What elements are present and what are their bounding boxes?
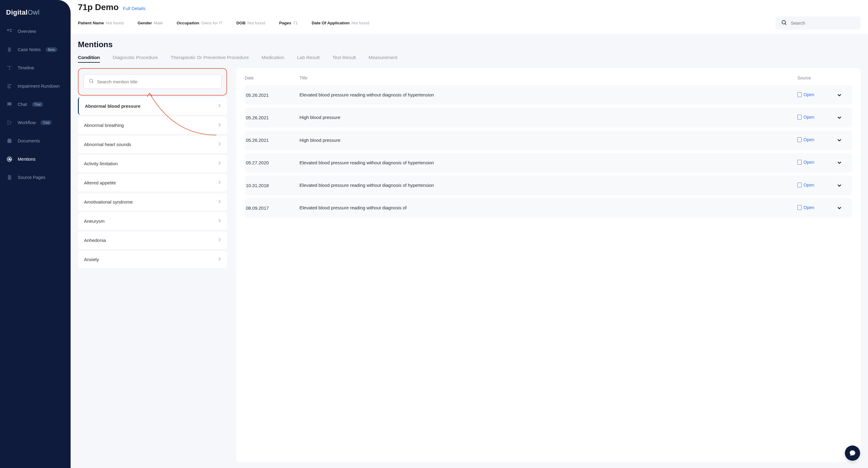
chevron-down-icon[interactable] <box>837 160 842 165</box>
sidebar-item-label: Source Pages <box>18 175 45 180</box>
chevron-down-icon[interactable] <box>837 93 842 98</box>
tab-medication[interactable]: Medication <box>261 55 284 63</box>
col-expand-header <box>837 75 852 80</box>
timeline-icon <box>6 64 13 71</box>
mention-item[interactable]: Activity limitation <box>78 155 227 172</box>
tab-condition[interactable]: Condition <box>78 55 100 63</box>
sidebar-item-case-notes[interactable]: Case NotesBeta <box>4 44 66 55</box>
open-label: Open <box>804 205 814 210</box>
sidebar-item-timeline[interactable]: Timeline <box>4 63 66 73</box>
meta-value: Not found <box>247 21 266 25</box>
mention-item[interactable]: Anxiety <box>78 251 227 268</box>
open-link[interactable]: Open <box>797 115 814 120</box>
source-pages-icon <box>6 174 13 181</box>
document-icon <box>797 160 802 165</box>
meta-value: Not found <box>106 21 124 25</box>
meta-value: Male <box>154 21 162 25</box>
chat-widget[interactable] <box>845 445 860 461</box>
full-details-link[interactable]: Full Details <box>123 6 146 11</box>
sidebar-item-label: Workflow <box>18 120 36 125</box>
sidebar-item-source-pages[interactable]: Source Pages <box>4 172 66 183</box>
sidebar-item-impairment-rundown[interactable]: Impairment Rundown <box>4 81 66 91</box>
svg-point-20 <box>90 79 93 83</box>
mention-item[interactable]: Altered appetite <box>78 174 227 191</box>
title-row: 71p Demo Full Details <box>78 2 861 12</box>
meta-group: GenderMale <box>137 21 163 25</box>
chevron-right-icon <box>218 218 221 224</box>
open-link[interactable]: Open <box>797 205 814 210</box>
tab-measurement[interactable]: Measurement <box>369 55 398 63</box>
sidebar-item-label: Chat <box>18 102 27 107</box>
document-icon <box>797 183 802 187</box>
mention-search-input[interactable] <box>97 79 216 84</box>
mention-list: Abnormal blood pressureAbnormal breathin… <box>78 97 227 268</box>
chevron-down-icon[interactable] <box>837 115 842 120</box>
row-date: 08.09.2017 <box>245 206 300 211</box>
mention-title: Abnormal blood pressure <box>85 103 141 108</box>
row-title: Elevated blood pressure reading without … <box>300 182 797 188</box>
mention-title: Activity limitation <box>84 161 118 166</box>
tab-lab-result[interactable]: Lab Result <box>297 55 319 63</box>
tab-therapeutic-or-preventive-procedure[interactable]: Therapeutic Or Preventive Procedure <box>171 55 249 63</box>
search-icon <box>781 20 787 27</box>
row-title: Elevated blood pressure reading without … <box>300 92 797 98</box>
chevron-down-icon[interactable] <box>837 206 842 211</box>
sidebar-item-mentions[interactable]: Mentions <box>4 154 66 164</box>
mention-item[interactable]: Abnormal breathing <box>78 117 227 134</box>
svg-line-21 <box>92 82 93 83</box>
sidebar-item-documents[interactable]: Documents <box>4 136 66 146</box>
chevron-right-icon <box>218 161 221 166</box>
tab-test-result[interactable]: Test Result <box>332 55 356 63</box>
search-icon <box>89 78 94 85</box>
chevron-down-icon[interactable] <box>837 183 842 188</box>
meta-group: Date Of ApplicationNot found <box>312 21 369 25</box>
header-search[interactable] <box>775 17 861 30</box>
row-date: 05.27.2020 <box>245 160 300 165</box>
open-label: Open <box>804 160 814 165</box>
table-row: 05.26.2021High blood pressureOpen <box>245 130 852 150</box>
open-link[interactable]: Open <box>797 160 814 165</box>
row-date: 05.26.2021 <box>245 93 300 98</box>
svg-rect-8 <box>7 87 11 88</box>
sidebar-item-label: Timeline <box>18 65 34 70</box>
open-link[interactable]: Open <box>797 137 814 142</box>
mention-item[interactable]: Abnormal blood pressure <box>78 97 227 115</box>
open-link[interactable]: Open <box>797 92 814 97</box>
mention-title: Anhedonia <box>84 238 106 243</box>
chevron-right-icon <box>218 180 221 185</box>
mention-item[interactable]: Aneurysm <box>78 212 227 230</box>
mention-search[interactable] <box>83 74 222 89</box>
sidebar-item-overview[interactable]: Overview <box>4 26 66 36</box>
table-row: 05.26.2021Elevated blood pressure readin… <box>245 85 852 105</box>
panels: Abnormal blood pressureAbnormal breathin… <box>78 68 861 462</box>
meta-row: Patient NameNot foundGenderMaleOccupatio… <box>78 17 861 30</box>
tab-diagnostic-procedure[interactable]: Diagnostic Procedure <box>113 55 158 63</box>
case-notes-icon <box>6 46 13 53</box>
open-link[interactable]: Open <box>797 183 814 187</box>
chevron-down-icon[interactable] <box>837 137 842 143</box>
document-icon <box>797 137 802 142</box>
meta-label: Gender <box>137 21 152 25</box>
right-panel: Date Title Source 05.26.2021Elevated blo… <box>236 68 861 462</box>
meta-label: Pages <box>279 21 291 25</box>
chevron-right-icon <box>218 103 221 108</box>
col-date-header: Date <box>245 75 300 80</box>
open-label: Open <box>804 115 814 120</box>
mentions-icon <box>6 156 13 162</box>
open-label: Open <box>804 183 814 187</box>
sidebar-item-chat[interactable]: ChatTrial <box>4 99 66 110</box>
overview-icon <box>6 28 13 35</box>
row-title: Elevated blood pressure reading without … <box>300 160 797 166</box>
logo-part2: Owl <box>28 8 39 16</box>
chevron-right-icon <box>218 199 221 205</box>
open-label: Open <box>804 92 814 97</box>
col-title-header: Title <box>300 75 797 80</box>
row-source: Open <box>797 137 837 143</box>
impairment-rundown-icon <box>6 83 13 90</box>
mention-item[interactable]: Anhedonia <box>78 231 227 249</box>
header-search-input[interactable] <box>791 21 855 26</box>
mention-item[interactable]: Amotivational syndrome <box>78 193 227 211</box>
sidebar-item-workflow[interactable]: WorkflowTrial <box>4 118 66 128</box>
mention-item[interactable]: Abnormal heart sounds <box>78 136 227 153</box>
svg-rect-7 <box>7 86 10 87</box>
